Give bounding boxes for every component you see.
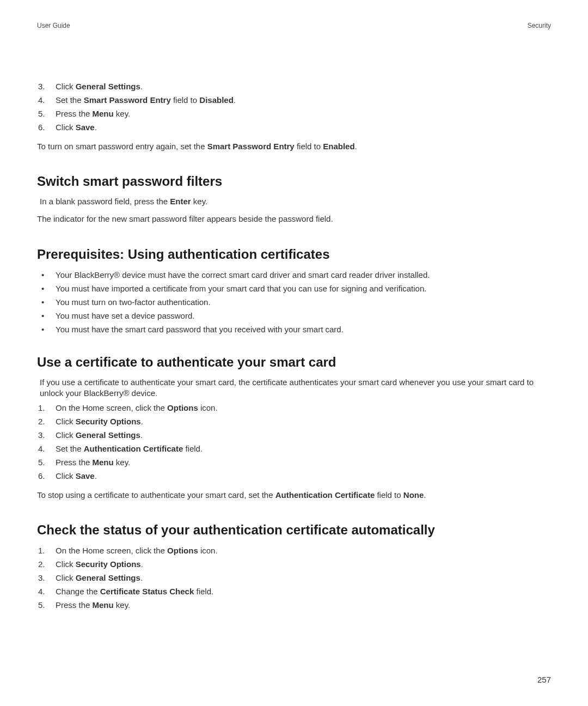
step-item: 6. Click Save.	[37, 121, 551, 133]
step-item: 5.Press the Menu key.	[37, 457, 551, 468]
step-number: 4.	[37, 586, 56, 597]
step-text: Set the Authentication Certificate field…	[56, 443, 551, 454]
step-text: Click General Settings.	[56, 429, 551, 441]
step-number: 2.	[37, 558, 56, 570]
bullet-icon: •	[41, 310, 56, 321]
step-text: Set the Smart Password Entry field to Di…	[56, 94, 551, 106]
header-right: Security	[528, 22, 551, 29]
step-number: 3.	[37, 429, 56, 441]
bullet-item: •You must have the smart card password t…	[37, 324, 551, 335]
step-number: 5.	[37, 599, 56, 611]
page-header: User Guide Security	[37, 22, 551, 29]
step-text: Change the Certificate Status Check fiel…	[56, 586, 551, 597]
step-item: 5. Press the Menu key.	[37, 108, 551, 119]
step-item: 5.Press the Menu key.	[37, 599, 551, 611]
step-number: 6.	[37, 121, 56, 133]
bullet-icon: •	[41, 283, 56, 294]
section-heading-prerequisites: Prerequisites: Using authentication cert…	[37, 247, 551, 262]
step-item: 3.Click General Settings.	[37, 572, 551, 583]
bullet-icon: •	[41, 269, 56, 281]
step-text: Click General Settings.	[56, 572, 551, 583]
section-heading-use-certificate: Use a certificate to authenticate your s…	[37, 355, 551, 370]
step-item: 2.Click Security Options.	[37, 558, 551, 570]
page-container: User Guide Security 3. Click General Set…	[0, 0, 588, 640]
section1-para1: In a blank password field, press the Ent…	[37, 196, 551, 207]
page-number: 257	[537, 675, 551, 684]
section3-note: To stop using a certificate to authentic…	[37, 489, 551, 501]
step-text: Press the Menu key.	[56, 457, 551, 468]
section3-step-list: 1.On the Home screen, click the Options …	[37, 402, 551, 482]
step-number: 5.	[37, 457, 56, 468]
bullet-item: •You must have set a device password.	[37, 310, 551, 321]
step-number: 1.	[37, 402, 56, 413]
bullet-item: •You must have imported a certificate fr…	[37, 283, 551, 294]
step-text: Click Security Options.	[56, 416, 551, 427]
step-item: 4. Set the Smart Password Entry field to…	[37, 94, 551, 106]
step-item: 3. Click General Settings.	[37, 81, 551, 92]
step-number: 3.	[37, 572, 56, 583]
bullet-item: •You must turn on two-factor authenticat…	[37, 296, 551, 308]
step-item: 6.Click Save.	[37, 470, 551, 482]
step-text: Click Save.	[56, 470, 551, 482]
step-item: 4.Set the Authentication Certificate fie…	[37, 443, 551, 454]
bullet-item: •Your BlackBerry® device must have the c…	[37, 269, 551, 281]
step-number: 2.	[37, 416, 56, 427]
step-item: 1.On the Home screen, click the Options …	[37, 402, 551, 413]
intro-note: To turn on smart password entry again, s…	[37, 141, 551, 152]
step-text: Click Save.	[56, 121, 551, 133]
header-left: User Guide	[37, 22, 70, 29]
step-text: On the Home screen, click the Options ic…	[56, 402, 551, 413]
section3-intro: If you use a certificate to authenticate…	[37, 377, 551, 399]
step-text: Press the Menu key.	[56, 108, 551, 119]
section4-step-list: 1.On the Home screen, click the Options …	[37, 545, 551, 611]
step-number: 6.	[37, 470, 56, 482]
step-text: Press the Menu key.	[56, 599, 551, 611]
step-number: 3.	[37, 81, 56, 92]
step-text: Click General Settings.	[56, 81, 551, 92]
step-text: Click Security Options.	[56, 558, 551, 570]
step-number: 4.	[37, 94, 56, 106]
step-item: 1.On the Home screen, click the Options …	[37, 545, 551, 556]
step-number: 4.	[37, 443, 56, 454]
intro-step-list: 3. Click General Settings. 4. Set the Sm…	[37, 81, 551, 133]
section-heading-switch-filters: Switch smart password filters	[37, 174, 551, 189]
bullet-icon: •	[41, 324, 56, 335]
step-item: 3.Click General Settings.	[37, 429, 551, 441]
section-heading-check-status: Check the status of your authentication …	[37, 522, 551, 538]
step-item: 4.Change the Certificate Status Check fi…	[37, 586, 551, 597]
step-number: 5.	[37, 108, 56, 119]
step-number: 1.	[37, 545, 56, 556]
section1-para2: The indicator for the new smart password…	[37, 214, 551, 224]
bullet-icon: •	[41, 296, 56, 308]
step-item: 2.Click Security Options.	[37, 416, 551, 427]
prerequisites-list: •Your BlackBerry® device must have the c…	[37, 269, 551, 335]
step-text: On the Home screen, click the Options ic…	[56, 545, 551, 556]
